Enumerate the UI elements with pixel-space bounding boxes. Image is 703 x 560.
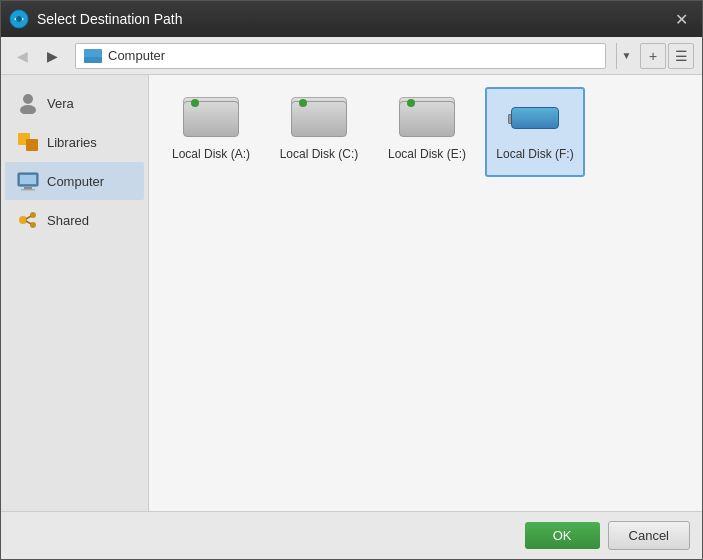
computer-address-icon <box>84 49 102 63</box>
address-text: Computer <box>108 48 597 63</box>
svg-rect-7 <box>20 175 36 184</box>
file-item-disk-e[interactable]: Local Disk (E:) <box>377 87 477 177</box>
main-files-area: Local Disk (A:) Local Disk (C:) <box>149 75 702 511</box>
sidebar: Vera Libraries <box>1 75 149 511</box>
file-label-disk-e: Local Disk (E:) <box>388 147 466 163</box>
svg-point-1 <box>16 16 22 22</box>
address-dropdown-button[interactable]: ▼ <box>616 43 636 69</box>
shared-icon <box>17 209 39 231</box>
sidebar-item-computer[interactable]: Computer <box>5 162 144 200</box>
forward-button[interactable]: ▶ <box>39 43 65 69</box>
svg-line-14 <box>26 221 31 224</box>
app-icon <box>9 9 29 29</box>
libraries-icon <box>17 131 39 153</box>
svg-point-2 <box>23 94 33 104</box>
svg-point-12 <box>30 222 36 228</box>
file-item-disk-f[interactable]: Local Disk (F:) <box>485 87 585 177</box>
dialog-title: Select Destination Path <box>37 11 668 27</box>
close-button[interactable]: ✕ <box>668 6 694 32</box>
file-label-disk-c: Local Disk (C:) <box>280 147 359 163</box>
usb-f-icon <box>507 97 563 141</box>
svg-point-10 <box>19 216 27 224</box>
dialog: Select Destination Path ✕ ◀ ▶ Computer ▼… <box>0 0 703 560</box>
back-button[interactable]: ◀ <box>9 43 35 69</box>
address-bar[interactable]: Computer <box>75 43 606 69</box>
svg-point-3 <box>20 105 36 114</box>
sidebar-item-shared-label: Shared <box>47 213 89 228</box>
sidebar-item-vera-label: Vera <box>47 96 74 111</box>
file-label-disk-f: Local Disk (F:) <box>496 147 573 163</box>
hdd-a-icon <box>183 97 239 141</box>
toolbar: ◀ ▶ Computer ▼ + ☰ <box>1 37 702 75</box>
sidebar-item-computer-label: Computer <box>47 174 104 189</box>
file-item-disk-c[interactable]: Local Disk (C:) <box>269 87 369 177</box>
sidebar-item-libraries[interactable]: Libraries <box>5 123 144 161</box>
file-item-disk-a[interactable]: Local Disk (A:) <box>161 87 261 177</box>
svg-rect-9 <box>21 189 35 191</box>
files-grid: Local Disk (A:) Local Disk (C:) <box>161 87 690 177</box>
cancel-button[interactable]: Cancel <box>608 521 690 550</box>
svg-rect-5 <box>26 139 38 151</box>
content-area: Vera Libraries <box>1 75 702 511</box>
sidebar-item-shared[interactable]: Shared <box>5 201 144 239</box>
svg-point-11 <box>30 212 36 218</box>
hdd-c-icon <box>291 97 347 141</box>
sidebar-item-libraries-label: Libraries <box>47 135 97 150</box>
file-label-disk-a: Local Disk (A:) <box>172 147 250 163</box>
svg-line-13 <box>26 216 31 219</box>
ok-button[interactable]: OK <box>525 522 600 549</box>
computer-icon <box>17 170 39 192</box>
footer: OK Cancel <box>1 511 702 559</box>
view-button[interactable]: ☰ <box>668 43 694 69</box>
sidebar-item-vera[interactable]: Vera <box>5 84 144 122</box>
user-icon <box>17 92 39 114</box>
new-folder-button[interactable]: + <box>640 43 666 69</box>
title-bar: Select Destination Path ✕ <box>1 1 702 37</box>
toolbar-actions: + ☰ <box>640 43 694 69</box>
hdd-e-icon <box>399 97 455 141</box>
